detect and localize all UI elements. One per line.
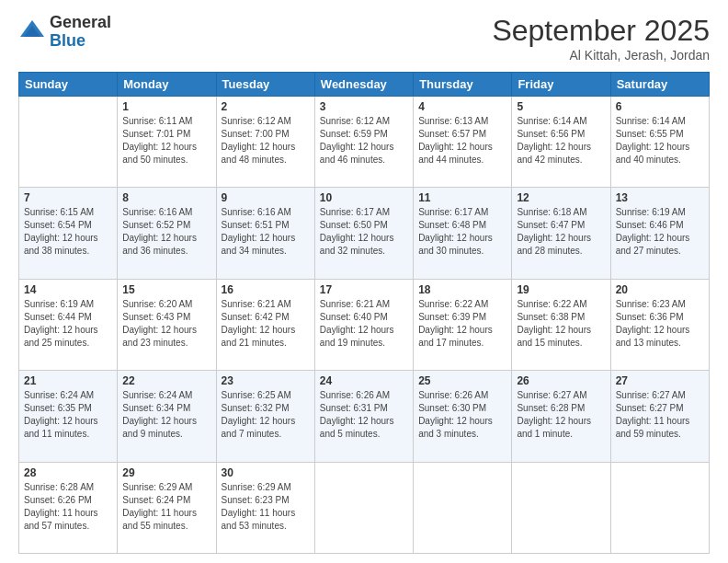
cell-info: Sunrise: 6:12 AM Sunset: 7:00 PM Dayligh… — [222, 115, 310, 167]
day-number: 23 — [222, 374, 310, 387]
calendar-day-header: Thursday — [414, 73, 512, 97]
calendar-cell — [19, 97, 118, 188]
logo-blue: Blue — [50, 32, 111, 51]
calendar-cell: 2Sunrise: 6:12 AM Sunset: 7:00 PM Daylig… — [216, 97, 314, 188]
cell-info: Sunrise: 6:29 AM Sunset: 6:23 PM Dayligh… — [222, 481, 310, 533]
logo-text: General Blue — [50, 14, 111, 51]
cell-info: Sunrise: 6:28 AM Sunset: 6:26 PM Dayligh… — [24, 481, 112, 533]
logo-general: General — [50, 14, 111, 32]
calendar-week-row: 21Sunrise: 6:24 AM Sunset: 6:35 PM Dayli… — [19, 371, 710, 462]
day-number: 27 — [616, 374, 704, 387]
day-number: 2 — [222, 100, 310, 113]
day-number: 26 — [517, 374, 605, 387]
day-number: 24 — [320, 374, 408, 387]
day-number: 13 — [616, 191, 704, 204]
cell-info: Sunrise: 6:15 AM Sunset: 6:54 PM Dayligh… — [24, 206, 112, 258]
day-number: 14 — [24, 283, 112, 296]
calendar-day-header: Wednesday — [314, 73, 413, 97]
cell-info: Sunrise: 6:24 AM Sunset: 6:35 PM Dayligh… — [24, 389, 112, 441]
calendar-cell: 13Sunrise: 6:19 AM Sunset: 6:46 PM Dayli… — [610, 188, 709, 279]
day-number: 7 — [24, 191, 112, 204]
day-number: 15 — [122, 283, 210, 296]
day-number: 10 — [320, 191, 408, 204]
logo-icon — [18, 18, 46, 46]
cell-info: Sunrise: 6:21 AM Sunset: 6:40 PM Dayligh… — [320, 298, 408, 350]
day-number: 6 — [616, 100, 704, 113]
calendar-cell — [314, 462, 413, 553]
day-number: 18 — [418, 283, 506, 296]
cell-info: Sunrise: 6:26 AM Sunset: 6:30 PM Dayligh… — [418, 389, 506, 441]
day-number: 12 — [517, 191, 605, 204]
day-number: 4 — [418, 100, 506, 113]
day-number: 22 — [122, 374, 210, 387]
calendar-cell: 4Sunrise: 6:13 AM Sunset: 6:57 PM Daylig… — [414, 97, 512, 188]
cell-info: Sunrise: 6:14 AM Sunset: 6:55 PM Dayligh… — [616, 115, 704, 167]
cell-info: Sunrise: 6:24 AM Sunset: 6:34 PM Dayligh… — [122, 389, 210, 441]
calendar-day-header: Saturday — [610, 73, 709, 97]
cell-info: Sunrise: 6:27 AM Sunset: 6:27 PM Dayligh… — [616, 389, 704, 441]
cell-info: Sunrise: 6:18 AM Sunset: 6:47 PM Dayligh… — [517, 206, 605, 258]
calendar-table: SundayMondayTuesdayWednesdayThursdayFrid… — [18, 72, 710, 554]
calendar-cell — [512, 462, 610, 553]
calendar-cell: 6Sunrise: 6:14 AM Sunset: 6:55 PM Daylig… — [610, 97, 709, 188]
calendar-cell: 7Sunrise: 6:15 AM Sunset: 6:54 PM Daylig… — [19, 188, 118, 279]
calendar-day-header: Tuesday — [216, 73, 314, 97]
calendar-cell: 3Sunrise: 6:12 AM Sunset: 6:59 PM Daylig… — [314, 97, 413, 188]
cell-info: Sunrise: 6:16 AM Sunset: 6:52 PM Dayligh… — [122, 206, 210, 258]
calendar-header-row: SundayMondayTuesdayWednesdayThursdayFrid… — [19, 73, 710, 97]
cell-info: Sunrise: 6:17 AM Sunset: 6:50 PM Dayligh… — [320, 206, 408, 258]
day-number: 11 — [418, 191, 506, 204]
cell-info: Sunrise: 6:17 AM Sunset: 6:48 PM Dayligh… — [418, 206, 506, 258]
day-number: 30 — [222, 466, 310, 479]
calendar-cell: 10Sunrise: 6:17 AM Sunset: 6:50 PM Dayli… — [314, 188, 413, 279]
cell-info: Sunrise: 6:11 AM Sunset: 7:01 PM Dayligh… — [122, 115, 210, 167]
calendar-cell: 11Sunrise: 6:17 AM Sunset: 6:48 PM Dayli… — [414, 188, 512, 279]
day-number: 25 — [418, 374, 506, 387]
logo: General Blue — [18, 14, 111, 51]
cell-info: Sunrise: 6:21 AM Sunset: 6:42 PM Dayligh… — [222, 298, 310, 350]
calendar-cell: 27Sunrise: 6:27 AM Sunset: 6:27 PM Dayli… — [610, 371, 709, 462]
calendar-week-row: 7Sunrise: 6:15 AM Sunset: 6:54 PM Daylig… — [19, 188, 710, 279]
day-number: 16 — [222, 283, 310, 296]
calendar-cell: 22Sunrise: 6:24 AM Sunset: 6:34 PM Dayli… — [118, 371, 216, 462]
cell-info: Sunrise: 6:29 AM Sunset: 6:24 PM Dayligh… — [122, 481, 210, 533]
calendar-cell: 9Sunrise: 6:16 AM Sunset: 6:51 PM Daylig… — [216, 188, 314, 279]
day-number: 1 — [122, 100, 210, 113]
cell-info: Sunrise: 6:27 AM Sunset: 6:28 PM Dayligh… — [517, 389, 605, 441]
day-number: 19 — [517, 283, 605, 296]
day-number: 28 — [24, 466, 112, 479]
cell-info: Sunrise: 6:25 AM Sunset: 6:32 PM Dayligh… — [222, 389, 310, 441]
month-title: September 2025 — [492, 14, 710, 48]
day-number: 9 — [222, 191, 310, 204]
calendar-cell: 19Sunrise: 6:22 AM Sunset: 6:38 PM Dayli… — [512, 279, 610, 370]
calendar-cell: 20Sunrise: 6:23 AM Sunset: 6:36 PM Dayli… — [610, 279, 709, 370]
calendar-cell — [414, 462, 512, 553]
cell-info: Sunrise: 6:22 AM Sunset: 6:39 PM Dayligh… — [418, 298, 506, 350]
calendar-cell: 17Sunrise: 6:21 AM Sunset: 6:40 PM Dayli… — [314, 279, 413, 370]
day-number: 8 — [122, 191, 210, 204]
calendar-cell: 5Sunrise: 6:14 AM Sunset: 6:56 PM Daylig… — [512, 97, 610, 188]
calendar-cell: 30Sunrise: 6:29 AM Sunset: 6:23 PM Dayli… — [216, 462, 314, 553]
calendar-cell: 12Sunrise: 6:18 AM Sunset: 6:47 PM Dayli… — [512, 188, 610, 279]
day-number: 17 — [320, 283, 408, 296]
cell-info: Sunrise: 6:22 AM Sunset: 6:38 PM Dayligh… — [517, 298, 605, 350]
calendar-cell: 8Sunrise: 6:16 AM Sunset: 6:52 PM Daylig… — [118, 188, 216, 279]
day-number: 20 — [616, 283, 704, 296]
cell-info: Sunrise: 6:19 AM Sunset: 6:46 PM Dayligh… — [616, 206, 704, 258]
day-number: 3 — [320, 100, 408, 113]
calendar-cell: 15Sunrise: 6:20 AM Sunset: 6:43 PM Dayli… — [118, 279, 216, 370]
cell-info: Sunrise: 6:13 AM Sunset: 6:57 PM Dayligh… — [418, 115, 506, 167]
calendar-cell: 16Sunrise: 6:21 AM Sunset: 6:42 PM Dayli… — [216, 279, 314, 370]
cell-info: Sunrise: 6:19 AM Sunset: 6:44 PM Dayligh… — [24, 298, 112, 350]
calendar-cell — [610, 462, 709, 553]
calendar-cell: 26Sunrise: 6:27 AM Sunset: 6:28 PM Dayli… — [512, 371, 610, 462]
cell-info: Sunrise: 6:23 AM Sunset: 6:36 PM Dayligh… — [616, 298, 704, 350]
calendar-cell: 25Sunrise: 6:26 AM Sunset: 6:30 PM Dayli… — [414, 371, 512, 462]
calendar-cell: 21Sunrise: 6:24 AM Sunset: 6:35 PM Dayli… — [19, 371, 118, 462]
cell-info: Sunrise: 6:16 AM Sunset: 6:51 PM Dayligh… — [222, 206, 310, 258]
calendar-cell: 18Sunrise: 6:22 AM Sunset: 6:39 PM Dayli… — [414, 279, 512, 370]
calendar-week-row: 28Sunrise: 6:28 AM Sunset: 6:26 PM Dayli… — [19, 462, 710, 553]
cell-info: Sunrise: 6:12 AM Sunset: 6:59 PM Dayligh… — [320, 115, 408, 167]
calendar-cell: 23Sunrise: 6:25 AM Sunset: 6:32 PM Dayli… — [216, 371, 314, 462]
page: General Blue September 2025 Al Kittah, J… — [0, 0, 728, 563]
